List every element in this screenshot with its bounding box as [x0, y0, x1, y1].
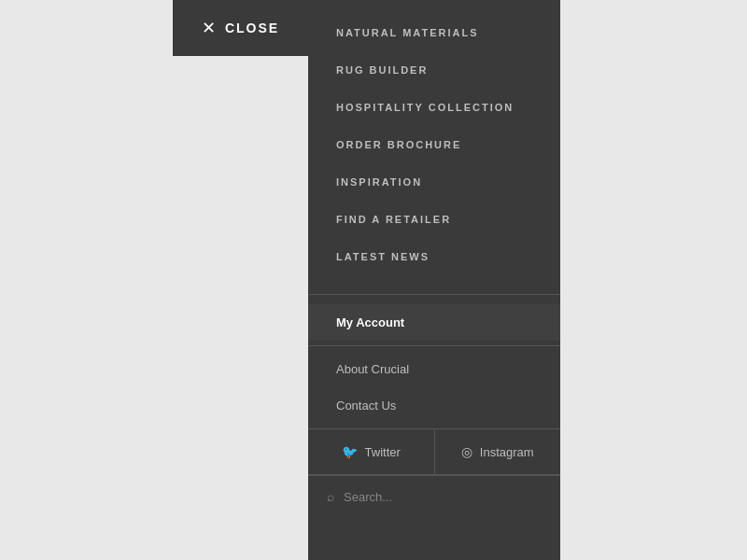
- nav-item-find-retailer[interactable]: FIND A RETAILER: [308, 201, 560, 238]
- nav-secondary: My Account About Crucial Contact Us: [308, 300, 560, 428]
- nav-item-my-account[interactable]: My Account: [308, 304, 560, 341]
- instagram-icon: ◎: [461, 444, 472, 459]
- search-icon: ⌕: [327, 489, 334, 504]
- divider-1: [308, 294, 560, 295]
- nav-item-rug-builder[interactable]: RUG BUILDER: [308, 51, 560, 89]
- social-row: 🐦 Twitter ◎ Instagram: [308, 428, 560, 475]
- nav-item-natural-materials[interactable]: NATURAL MATERIALS: [308, 14, 560, 51]
- instagram-link[interactable]: ◎ Instagram: [435, 429, 561, 474]
- nav-item-about-crucial[interactable]: About Crucial: [308, 351, 560, 387]
- nav-item-inspiration[interactable]: INSPIRATION: [308, 163, 560, 201]
- nav-item-contact-us[interactable]: Contact Us: [308, 387, 560, 424]
- close-x-icon: ✕: [202, 20, 216, 36]
- nav-panel: NATURAL MATERIALS RUG BUILDER HOSPITALIT…: [308, 0, 560, 560]
- twitter-icon: 🐦: [342, 444, 358, 459]
- close-button[interactable]: ✕ CLOSE: [173, 0, 308, 56]
- nav-item-latest-news[interactable]: LATEST NEWS: [308, 238, 560, 275]
- nav-item-hospitality-collection[interactable]: HOSPITALITY COLLECTION: [308, 89, 560, 126]
- search-bar: ⌕: [308, 475, 560, 517]
- nav-top: NATURAL MATERIALS RUG BUILDER HOSPITALIT…: [308, 0, 560, 289]
- twitter-label: Twitter: [365, 445, 401, 459]
- search-input[interactable]: [344, 490, 542, 504]
- nav-item-order-brochure[interactable]: ORDER BROCHURE: [308, 126, 560, 163]
- close-label: CLOSE: [225, 21, 279, 35]
- instagram-label: Instagram: [480, 445, 534, 459]
- divider-2: [308, 345, 560, 346]
- twitter-link[interactable]: 🐦 Twitter: [308, 429, 435, 474]
